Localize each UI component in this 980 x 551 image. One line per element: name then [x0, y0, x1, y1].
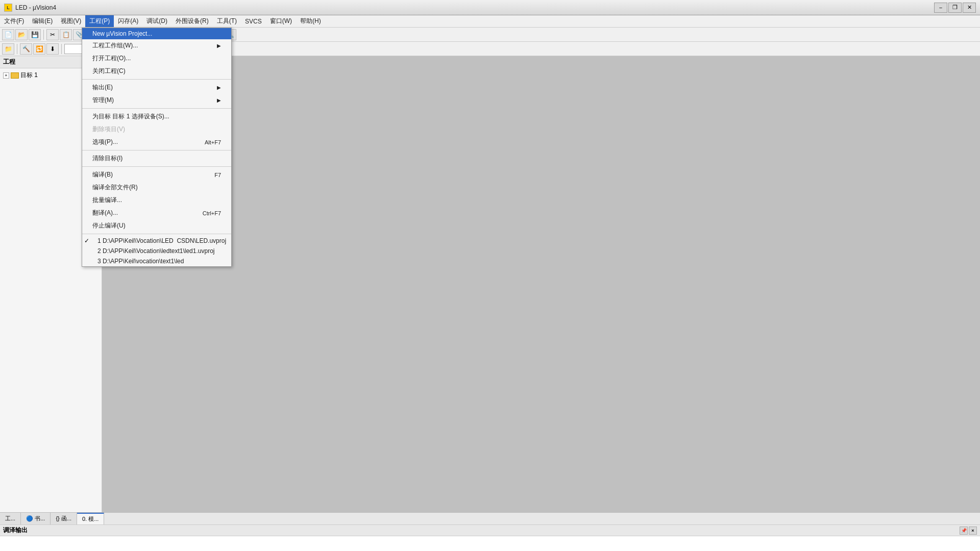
menu-export[interactable]: 输出(E) ▶ [82, 81, 231, 94]
menu-batch-build[interactable]: 批量编译... [82, 194, 231, 207]
menu-options[interactable]: 选项(P)... Alt+F7 [82, 136, 231, 148]
menu-recent-3[interactable]: 3 D:\APP\Keil\vocation\text1\led [82, 256, 231, 266]
menu-batch-build-label: 批量编译... [92, 196, 122, 205]
arrow-icon: ▶ [217, 43, 221, 48]
menu-select-device[interactable]: 为目标 目标 1 选择设备(S)... [82, 110, 231, 123]
menu-clean-target-label: 清除目标(I) [92, 154, 122, 163]
export-arrow-icon: ▶ [217, 85, 221, 90]
menu-recent-1[interactable]: 1 D:\APP\Keil\Vocation\LED CSDN\LED.uvpr… [82, 236, 231, 246]
menu-stop-build[interactable]: 停止编译(U) [82, 219, 231, 232]
options-shortcut: Alt+F7 [205, 139, 221, 145]
menu-build-all-label: 编译全部文件(R) [92, 183, 138, 192]
menu-build-all[interactable]: 编译全部文件(R) [82, 181, 231, 194]
menu-translate[interactable]: 翻译(A)... Ctrl+F7 [82, 207, 231, 219]
recent1-check-icon: ✓ [84, 237, 89, 244]
menu-build[interactable]: 编译(B) F7 [82, 168, 231, 181]
translate-shortcut: Ctrl+F7 [203, 210, 221, 216]
sep-5 [82, 234, 231, 234]
menu-remove-item: 删除项目(V) [82, 123, 231, 136]
menu-remove-item-label: 删除项目(V) [92, 125, 125, 134]
menu-stop-build-label: 停止编译(U) [92, 221, 126, 230]
menu-new-project-label: New µVision Project... [92, 30, 152, 37]
menu-manage[interactable]: 管理(M) ▶ [82, 94, 231, 107]
menu-close-project-label: 关闭工程(C) [92, 67, 126, 76]
dropdown-menu: New µVision Project... 工程工作组(W)... ▶ 打开工… [82, 28, 232, 267]
menu-open-project-label: 打开工程(O)... [92, 54, 131, 63]
sep-2 [82, 108, 231, 109]
menu-clean-target[interactable]: 清除目标(I) [82, 152, 231, 165]
menu-export-label: 输出(E) [92, 83, 113, 92]
menu-project-workgroup-label: 工程工作组(W)... [92, 41, 138, 50]
manage-arrow-icon: ▶ [217, 97, 221, 103]
menu-project-workgroup[interactable]: 工程工作组(W)... ▶ [82, 39, 231, 52]
sep-1 [82, 79, 231, 80]
menu-build-label: 编译(B) [92, 170, 113, 179]
menu-select-device-label: 为目标 目标 1 选择设备(S)... [92, 112, 169, 121]
sep-3 [82, 150, 231, 151]
menu-translate-label: 翻译(A)... [92, 209, 118, 217]
menu-new-project[interactable]: New µVision Project... [82, 28, 231, 39]
menu-close-project[interactable]: 关闭工程(C) [82, 65, 231, 78]
dropdown-overlay[interactable]: New µVision Project... 工程工作组(W)... ▶ 打开工… [0, 0, 980, 551]
menu-recent-2[interactable]: 2 D:\APP\Keil\Vocation\ledtext1\led1.uvp… [82, 246, 231, 256]
menu-manage-label: 管理(M) [92, 96, 114, 105]
build-shortcut: F7 [214, 172, 221, 178]
menu-open-project[interactable]: 打开工程(O)... [82, 52, 231, 65]
sep-4 [82, 166, 231, 167]
menu-options-label: 选项(P)... [92, 138, 118, 146]
